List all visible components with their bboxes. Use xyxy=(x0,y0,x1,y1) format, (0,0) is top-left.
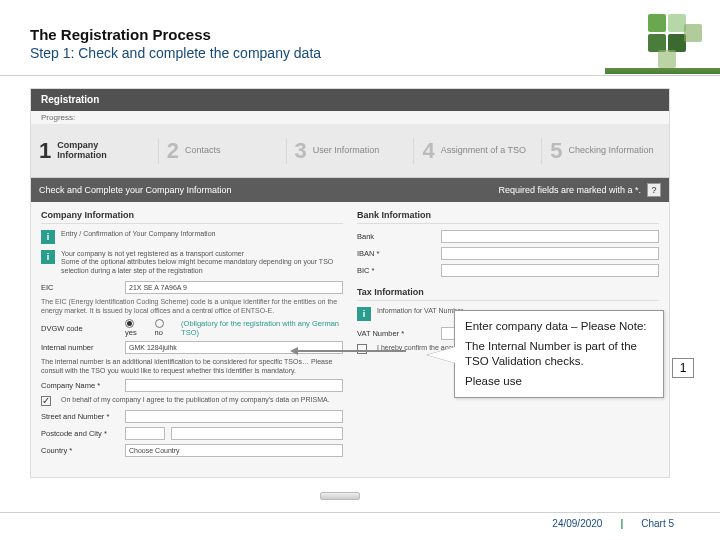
collapse-toggle[interactable] xyxy=(320,492,360,500)
section-header: Check and Complete your Company Informat… xyxy=(31,178,669,202)
tax-notice-text: Information for VAT Number xyxy=(377,307,463,321)
section-title: Check and Complete your Company Informat… xyxy=(39,185,232,195)
bank-header: Bank Information xyxy=(357,210,659,224)
header-accent xyxy=(605,68,720,74)
bic-input[interactable] xyxy=(441,264,659,277)
dvgw-hint: (Obligatory for the registration with an… xyxy=(181,319,343,337)
dvgw-label: DVGW code xyxy=(41,324,119,333)
callout-pointer xyxy=(427,347,455,363)
dvgw-row: DVGW code yes no (Obligatory for the reg… xyxy=(41,319,343,338)
callout-badge: 1 xyxy=(672,358,694,378)
brand-logo xyxy=(648,14,702,68)
registration-screenshot: Registration Progress: 1 Company Informa… xyxy=(30,88,670,478)
bank-input[interactable] xyxy=(441,230,659,243)
footer-date: 24/09/2020 xyxy=(552,518,602,529)
confirm-checkbox[interactable] xyxy=(357,344,367,354)
callout-line1: Enter company data – Please Note: xyxy=(465,319,653,333)
consent-checkbox[interactable] xyxy=(41,396,51,406)
bank-row: Bank xyxy=(357,230,659,243)
callout-line3: Please use xyxy=(465,374,653,388)
step-label: Company Information xyxy=(57,141,150,161)
eic-note: The EIC (Energy Identification Coding Sc… xyxy=(41,298,343,315)
dvgw-yes-radio[interactable] xyxy=(125,319,134,328)
step-label: Checking Information xyxy=(568,146,653,156)
company-information-column: Company Information i Entry / Confirmati… xyxy=(41,210,343,461)
info-icon: i xyxy=(357,307,371,321)
header-underline xyxy=(0,75,720,76)
title-line1: The Registration Process xyxy=(30,26,321,43)
country-select[interactable]: Choose Country xyxy=(125,444,343,457)
notice-mandatory: i Your company is not yet registered as … xyxy=(41,250,343,275)
window-title: Registration xyxy=(31,89,669,111)
tax-header: Tax Information xyxy=(357,287,659,301)
step-1[interactable]: 1 Company Information xyxy=(31,138,159,164)
dvgw-radios: yes no (Obligatory for the registration … xyxy=(125,319,343,338)
help-icon[interactable]: ? xyxy=(647,183,661,197)
info-icon: i xyxy=(41,250,55,264)
step-label: Assignment of a TSO xyxy=(441,146,526,156)
eic-input[interactable]: 21X SE A 7A96A 9 xyxy=(125,281,343,294)
step-num: 1 xyxy=(39,138,51,164)
street-row: Street and Number * xyxy=(41,410,343,423)
postcode-label: Postcode and City * xyxy=(41,429,119,438)
bic-label: BIC * xyxy=(357,266,435,275)
title-line2: Step 1: Check and complete the company d… xyxy=(30,45,321,61)
country-label: Country * xyxy=(41,446,119,455)
company-info-header: Company Information xyxy=(41,210,343,224)
step-num: 3 xyxy=(295,138,307,164)
street-input[interactable] xyxy=(125,410,343,423)
callout-arrow xyxy=(296,350,406,352)
postcode-input[interactable] xyxy=(125,427,165,440)
step-label: User Information xyxy=(313,146,380,156)
vat-label: VAT Number * xyxy=(357,329,435,338)
step-5[interactable]: 5 Checking Information xyxy=(542,138,669,164)
progress-label: Progress: xyxy=(31,111,669,124)
bic-row: BIC * xyxy=(357,264,659,277)
postcode-row: Postcode and City * xyxy=(41,427,343,440)
eic-label: EIC xyxy=(41,283,119,292)
step-num: 5 xyxy=(550,138,562,164)
consent-text: On behalf of my company I agree to the p… xyxy=(61,396,330,404)
footer-sep: | xyxy=(620,518,623,529)
company-name-input[interactable] xyxy=(125,379,343,392)
city-input[interactable] xyxy=(171,427,343,440)
step-4[interactable]: 4 Assignment of a TSO xyxy=(414,138,542,164)
eic-row: EIC 21X SE A 7A96A 9 xyxy=(41,281,343,294)
street-label: Street and Number * xyxy=(41,412,119,421)
step-2[interactable]: 2 Contacts xyxy=(159,138,287,164)
callout-box: Enter company data – Please Note: The In… xyxy=(454,310,664,398)
step-label: Contacts xyxy=(185,146,221,156)
progress-steps: 1 Company Information 2 Contacts 3 User … xyxy=(31,124,669,178)
notice-text: Your company is not yet registered as a … xyxy=(61,250,343,275)
footer-chart: Chart 5 xyxy=(641,518,674,529)
slide: The Registration Process Step 1: Check a… xyxy=(0,0,720,540)
callout-line2: The Internal Number is part of the TSO V… xyxy=(465,339,653,368)
internal-label: Internal number xyxy=(41,343,119,352)
bank-label: Bank xyxy=(357,232,435,241)
iban-label: IBAN * xyxy=(357,249,435,258)
step-3[interactable]: 3 User Information xyxy=(287,138,415,164)
internal-number-input[interactable]: GMK 1284julhk xyxy=(125,341,343,354)
consent-row: On behalf of my company I agree to the p… xyxy=(41,396,343,406)
notice-text: Entry / Confirmation of Your Company Inf… xyxy=(61,230,215,244)
country-row: Country * Choose Country xyxy=(41,444,343,457)
info-icon: i xyxy=(41,230,55,244)
step-num: 4 xyxy=(422,138,434,164)
step-num: 2 xyxy=(167,138,179,164)
slide-footer: 24/09/2020 | Chart 5 xyxy=(0,512,720,534)
slide-title: The Registration Process Step 1: Check a… xyxy=(30,26,321,61)
internal-note: The internal number is an additional ide… xyxy=(41,358,343,375)
iban-row: IBAN * xyxy=(357,247,659,260)
company-name-label: Company Name * xyxy=(41,381,119,390)
dvgw-no-radio[interactable] xyxy=(155,319,164,328)
required-hint: Required fields are marked with a *. xyxy=(498,185,641,195)
iban-input[interactable] xyxy=(441,247,659,260)
notice-entry: i Entry / Confirmation of Your Company I… xyxy=(41,230,343,244)
company-name-row: Company Name * xyxy=(41,379,343,392)
